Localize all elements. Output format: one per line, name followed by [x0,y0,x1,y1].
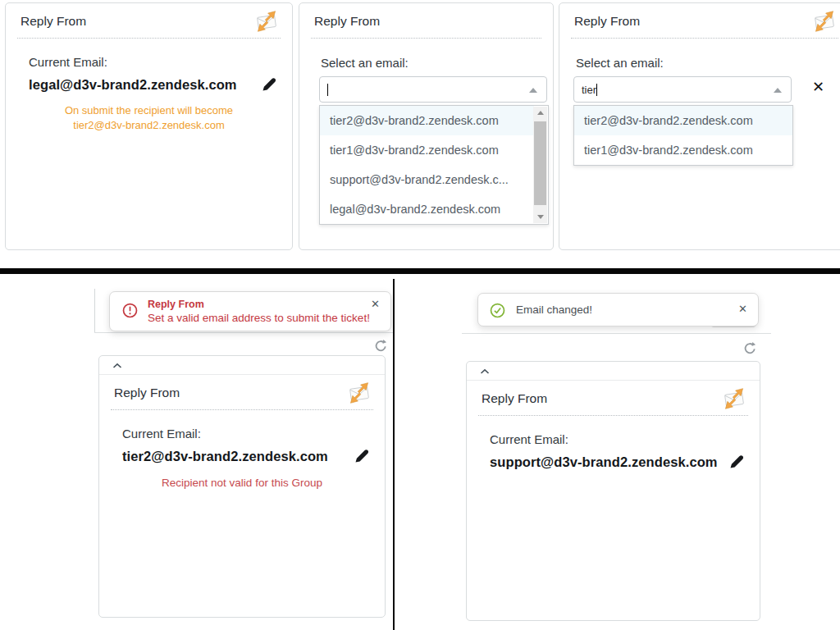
apps-tray-divider [94,332,393,333]
pending-change-line2: tier2@d3v-brand2.zendesk.com [29,118,269,133]
vertical-separator-line [393,279,395,630]
screenshot-collage: Reply From Current Email: legal@d3v-bran… [0,0,840,630]
text-caret [596,84,597,96]
reply-from-app-icon [722,385,746,413]
panel-header: Reply From [17,3,281,39]
error-toast: Reply From Set a valid email address to … [109,291,391,331]
email-option[interactable]: tier1@d3v-brand2.zendesk.com [320,135,534,165]
scrollbar-thumb[interactable] [534,121,546,205]
select-email-label: Select an email: [576,56,664,70]
chevron-up-icon [480,368,490,375]
pending-change-line1: On submit the recipient will become [29,103,269,118]
current-email-label: Current Email: [122,427,373,441]
current-email-value: tier2@d3v-brand2.zendesk.com [122,449,328,464]
scroll-up-icon [537,111,544,115]
reply-from-panel-current-email: Reply From Current Email: legal@d3v-bran… [5,2,293,250]
reply-from-panel-select-filtered: Reply From Select an email: tier ✕ tier2… [559,2,840,250]
combobox-value [327,84,328,96]
invalid-recipient-status: Recipient not valid for this Group [122,477,373,489]
toast-message: Email changed! [516,304,592,316]
scrollbar-up-button[interactable] [533,107,547,119]
dropdown-scrollbar[interactable] [533,107,547,223]
edit-pencil-icon[interactable] [728,454,745,470]
select-email-label: Select an email: [321,56,409,70]
toast-close-icon[interactable]: ✕ [738,303,747,315]
reply-from-app-icon [254,7,279,35]
apps-tray-divider [462,333,771,334]
email-combobox-input[interactable] [319,76,547,103]
scrollbar-down-button[interactable] [533,211,547,223]
email-option[interactable]: support@d3v-brand2.zendesk.c... [320,165,534,194]
email-option[interactable]: tier2@d3v-brand2.zendesk.com [574,106,792,135]
current-email-value: legal@d3v-brand2.zendesk.com [29,77,237,93]
toast-message: Set a valid email address to submit the … [148,312,370,324]
refresh-apps-icon[interactable] [742,341,756,355]
email-option[interactable]: legal@d3v-brand2.zendesk.com [320,194,534,224]
email-option[interactable]: tier1@d3v-brand2.zendesk.com [574,135,792,165]
email-options-dropdown: tier2@d3v-brand2.zendesk.com tier1@d3v-b… [573,105,793,166]
edit-pencil-icon[interactable] [261,76,277,93]
panel-header: Reply From [111,375,373,410]
panel-title: Reply From [114,386,180,400]
success-check-icon [490,303,505,318]
success-toast: Email changed! ✕ [477,293,759,326]
panel-title: Reply From [482,391,547,406]
toast-close-icon[interactable]: ✕ [371,298,380,310]
collapse-arrow-icon[interactable] [774,88,782,93]
combobox-value: tier [582,84,597,96]
app-collapse-bar[interactable] [467,362,760,381]
panel-header: Reply From [478,381,748,416]
collapse-arrow-icon[interactable] [529,88,537,93]
clear-selection-close-icon[interactable]: ✕ [812,80,824,94]
current-email-label: Current Email: [490,432,748,446]
email-combobox-input[interactable]: tier [573,76,792,103]
panel-title: Reply From [314,14,380,29]
toast-title: Reply From [148,299,204,310]
alert-icon [122,303,138,318]
refresh-apps-icon[interactable] [373,339,387,353]
reply-from-panel-changed: Reply From Current Email: support@d3v-br… [466,361,760,621]
reply-from-app-icon [347,379,372,407]
edit-pencil-icon[interactable] [354,448,370,464]
chevron-up-icon [112,363,122,369]
panel-title: Reply From [21,14,86,29]
page-edge-line [94,289,95,332]
reply-from-panel-select-open: Reply From Select an email: tier2@d3v-br… [299,2,554,250]
reply-from-panel-invalid-recipient: Reply From Current Email: tier2@d3v-bran… [98,355,386,618]
current-email-value: support@d3v-brand2.zendesk.com [490,454,718,470]
current-email-label: Current Email: [29,55,281,69]
reply-from-app-icon [812,7,837,35]
panel-header: Reply From [311,3,541,39]
panel-header: Reply From [571,3,838,39]
email-option[interactable]: tier2@d3v-brand2.zendesk.com [320,106,534,135]
app-collapse-bar[interactable] [99,356,385,375]
panel-title: Reply From [574,14,640,29]
email-options-dropdown: tier2@d3v-brand2.zendesk.com tier1@d3v-b… [319,105,549,225]
scroll-down-icon [537,215,544,219]
horizontal-separator-bar [0,268,840,274]
pending-change-notice: On submit the recipient will become tier… [29,103,281,133]
text-caret [327,84,328,96]
